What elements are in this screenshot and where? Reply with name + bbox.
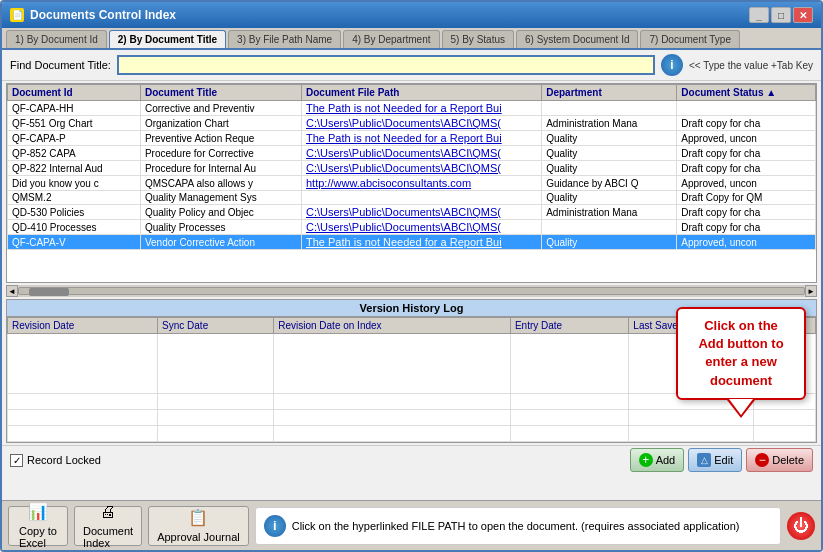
tab-by-status[interactable]: 5) By Status (442, 30, 514, 48)
scroll-right-arrow[interactable]: ► (805, 285, 817, 297)
cell-dept: Quality (542, 131, 677, 146)
add-button-label: Add (656, 454, 676, 466)
cell-doc-id: Did you know you c (8, 176, 141, 191)
col-entry-date: Entry Date (510, 318, 628, 334)
tab-by-document-id[interactable]: 1) By Document Id (6, 30, 107, 48)
copy-to-excel-label: Copy toExcel (19, 525, 57, 549)
table-row[interactable]: QD-410 Processes Quality Processes C:\Us… (8, 220, 816, 235)
main-window: 📄 Documents Control Index _ □ ✕ 1) By Do… (0, 0, 823, 552)
cell-status: Draft copy for cha (677, 205, 816, 220)
cell-dept: Quality (542, 235, 677, 250)
cell-title: Organization Chart (140, 116, 301, 131)
footer-info-text: Click on the hyperlinked FILE PATH to op… (292, 520, 740, 532)
cell-title: Vendor Corrective Action (140, 235, 301, 250)
cell-path: C:\Users\Public\Documents\ABCI\QMS( (302, 161, 542, 176)
edit-button-label: Edit (714, 454, 733, 466)
table-row[interactable]: QD-530 Policies Quality Policy and Objec… (8, 205, 816, 220)
table-row[interactable]: QF-CAPA-P Preventive Action Reque The Pa… (8, 131, 816, 146)
table-row[interactable]: QMSM.2 Quality Management Sys Quality Dr… (8, 191, 816, 205)
cell-doc-id: QP-822 Internal Aud (8, 161, 141, 176)
record-locked-label: Record Locked (27, 454, 101, 466)
cell-title: Corrective and Preventiv (140, 101, 301, 116)
table-row[interactable]: Did you know you c QMSCAPA also allows y… (8, 176, 816, 191)
cell-status: Draft copy for cha (677, 146, 816, 161)
power-button[interactable]: ⏻ (787, 512, 815, 540)
col-header-document-title: Document Title (140, 85, 301, 101)
cell-dept: Administration Mana (542, 116, 677, 131)
document-index-icon: 🖨 (100, 503, 116, 521)
cell-dept (542, 101, 677, 116)
maximize-button[interactable]: □ (771, 7, 791, 23)
delete-button-label: Delete (772, 454, 804, 466)
cell-status: Draft Copy for QM (677, 191, 816, 205)
cell-path: http://www.abcisoconsultants.com (302, 176, 542, 191)
cell-title: QMSCAPA also allows y (140, 176, 301, 191)
search-hint: << Type the value +Tab Key (689, 60, 813, 71)
tab-by-doc-type[interactable]: 7) Document Type (640, 30, 740, 48)
tooltip-container: Click on the Add button to enter a new d… (676, 307, 806, 415)
table-row[interactable]: QP-852 CAPA Procedure for Corrective C:\… (8, 146, 816, 161)
window-icon: 📄 (10, 8, 24, 22)
cell-dept: Quality (542, 146, 677, 161)
footer: 📊 Copy toExcel 🖨 DocumentIndex 📋 Approva… (2, 500, 821, 550)
close-button[interactable]: ✕ (793, 7, 813, 23)
tab-by-system-doc-id[interactable]: 6) System Document Id (516, 30, 638, 48)
scroll-track[interactable] (18, 287, 805, 295)
cell-path: The Path is not Needed for a Report Bui (302, 131, 542, 146)
col-header-department: Department (542, 85, 677, 101)
cell-path: The Path is not Needed for a Report Bui (302, 101, 542, 116)
tab-by-file-path[interactable]: 3) By File Path Name (228, 30, 341, 48)
cell-doc-id: QMSM.2 (8, 191, 141, 205)
documents-table: Document Id Document Title Document File… (7, 84, 816, 250)
info-icon[interactable]: i (661, 54, 683, 76)
record-locked-checkbox[interactable]: ✓ (10, 454, 23, 467)
delete-icon: − (755, 453, 769, 467)
version-row (8, 426, 816, 442)
col-revision-date: Revision Date (8, 318, 158, 334)
document-index-button[interactable]: 🖨 DocumentIndex (74, 506, 142, 546)
approval-journal-button[interactable]: 📋 Approval Journal (148, 506, 249, 546)
cell-status: Approved, uncon (677, 176, 816, 191)
search-bar: Find Document Title: i << Type the value… (2, 50, 821, 81)
document-index-label: DocumentIndex (83, 525, 133, 549)
delete-button[interactable]: − Delete (746, 448, 813, 472)
cell-doc-id: QP-852 CAPA (8, 146, 141, 161)
edit-icon: △ (697, 453, 711, 467)
cell-status: Draft copy for cha (677, 116, 816, 131)
action-buttons: + Add △ Edit − Delete (630, 448, 813, 472)
tab-by-department[interactable]: 4) By Department (343, 30, 439, 48)
edit-button[interactable]: △ Edit (688, 448, 742, 472)
bottom-buttons-bar: ✓ Record Locked + Add △ Edit − Delete (2, 445, 821, 474)
table-row[interactable]: QP-822 Internal Aud Procedure for Intern… (8, 161, 816, 176)
horizontal-scrollbar[interactable]: ◄ ► (6, 285, 817, 297)
cell-status: Approved, uncon (677, 131, 816, 146)
approval-journal-label: Approval Journal (157, 531, 240, 543)
tabs-bar: 1) By Document Id 2) By Document Title 3… (2, 28, 821, 50)
footer-info-icon: i (264, 515, 286, 537)
table-row[interactable]: QF-551 Org Chart Organization Chart C:\U… (8, 116, 816, 131)
version-history-section: Version History Log Revision Date Sync D… (6, 299, 817, 443)
table-row[interactable]: QF-CAPA-HH Corrective and Preventiv The … (8, 101, 816, 116)
cell-path: C:\Users\Public\Documents\ABCI\QMS( (302, 205, 542, 220)
window-title: Documents Control Index (30, 8, 176, 22)
search-input[interactable] (117, 55, 655, 75)
scroll-thumb[interactable] (29, 288, 69, 296)
table-row-selected[interactable]: QF-CAPA-V Vendor Corrective Action The P… (8, 235, 816, 250)
copy-to-excel-button[interactable]: 📊 Copy toExcel (8, 506, 68, 546)
cell-title: Quality Processes (140, 220, 301, 235)
cell-title: Quality Management Sys (140, 191, 301, 205)
col-header-file-path: Document File Path (302, 85, 542, 101)
scroll-left-arrow[interactable]: ◄ (6, 285, 18, 297)
add-button[interactable]: + Add (630, 448, 685, 472)
minimize-button[interactable]: _ (749, 7, 769, 23)
tooltip-arrow-inner (729, 399, 753, 415)
cell-status: Draft copy for cha (677, 220, 816, 235)
tab-by-document-title[interactable]: 2) By Document Title (109, 30, 226, 48)
col-header-status: Document Status ▲ (677, 85, 816, 101)
documents-table-container[interactable]: Document Id Document Title Document File… (6, 83, 817, 283)
cell-status: Draft copy for cha (677, 161, 816, 176)
cell-doc-id: QD-530 Policies (8, 205, 141, 220)
footer-info-box: i Click on the hyperlinked FILE PATH to … (255, 507, 781, 545)
cell-dept: Administration Mana (542, 205, 677, 220)
cell-title: Quality Policy and Objec (140, 205, 301, 220)
